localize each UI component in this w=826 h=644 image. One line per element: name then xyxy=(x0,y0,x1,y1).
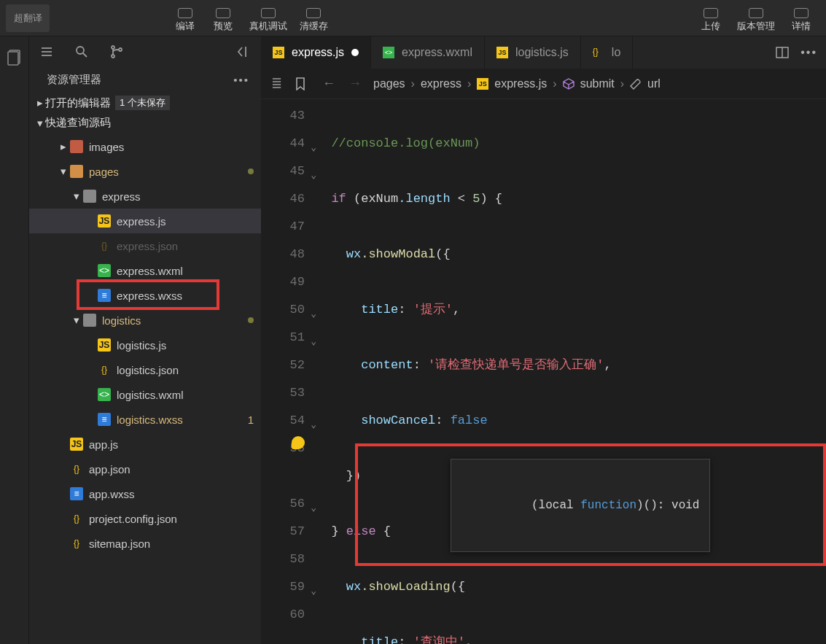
project-section[interactable]: ▾ 快递查询源码 xyxy=(29,113,261,133)
line-number: 49 xyxy=(261,268,305,296)
svg-point-5 xyxy=(77,47,84,54)
breadcrumb: pages › express › JS express.js › submit… xyxy=(373,77,661,90)
js-file-icon: JS xyxy=(70,438,83,451)
code-token: title xyxy=(361,635,398,644)
version-button[interactable]: 版本管理 xyxy=(730,1,782,36)
top-toolbar: 超翻译 编译 预览 真机调试 清缓存 上传 版本管理 详情 xyxy=(0,0,826,36)
chevron-right-icon: › xyxy=(553,77,556,90)
list-icon[interactable]: ≣ xyxy=(268,76,284,92)
tab-label: logistics.js xyxy=(515,46,569,59)
explorer-icon[interactable] xyxy=(6,48,23,66)
tree-file-logistics-json[interactable]: {} logistics.json xyxy=(29,357,261,382)
code-editor[interactable]: 43 44⌄ 45⌄ 46 47 48 49 50⌄ 51⌄ 52 53 54⌄… xyxy=(261,99,826,644)
title-fragment: 超翻译 xyxy=(6,4,50,32)
tree-file-project-config[interactable]: {} project.config.json xyxy=(29,506,261,531)
folder-open-icon xyxy=(83,190,96,203)
details-button[interactable]: 详情 xyxy=(782,1,820,36)
file-tree: ▸ images ▾ pages ▾ express JS express.js xyxy=(29,133,261,556)
tab-express-wxml[interactable]: <> express.wxml xyxy=(371,36,485,69)
project-label: 快递查询源码 xyxy=(45,116,111,130)
tree-folder-images[interactable]: ▸ images xyxy=(29,134,261,159)
wxml-file-icon: <> xyxy=(98,264,111,277)
preview-button[interactable]: 预览 xyxy=(204,1,242,36)
crumb-url[interactable]: url xyxy=(647,77,661,90)
compile-button[interactable]: 编译 xyxy=(166,1,204,36)
tree-file-express-wxss[interactable]: ≡ express.wxss xyxy=(29,283,261,308)
line-number: 48 xyxy=(261,241,305,268)
tab-express-js[interactable]: JS express.js xyxy=(261,36,371,69)
tree-file-app-wxss[interactable]: ≡ app.wxss xyxy=(29,481,261,506)
code-content[interactable]: //console.log(exNum) if (exNum.length < … xyxy=(312,99,826,644)
tree-file-express-js[interactable]: JS express.js xyxy=(29,209,261,233)
list-icon[interactable] xyxy=(39,44,54,59)
code-token: wx xyxy=(346,247,361,261)
tree-file-app-js[interactable]: JS app.js xyxy=(29,432,261,457)
js-file-icon: JS xyxy=(477,78,488,90)
tree-label: app.json xyxy=(89,463,261,476)
code-token: //console.log(exNum) xyxy=(331,136,480,150)
tree-label: logistics.json xyxy=(117,364,261,376)
branch-icon[interactable] xyxy=(109,44,124,59)
code-token: ) { xyxy=(480,192,502,206)
open-editors-section[interactable]: ▸ 打开的编辑器 1 个未保存 xyxy=(29,93,261,113)
remote-debug-button[interactable]: 真机调试 xyxy=(242,1,295,36)
wxss-file-icon: ≡ xyxy=(98,413,111,426)
tree-label: project.config.json xyxy=(89,513,261,525)
lightbulb-icon[interactable] xyxy=(292,436,305,449)
bookmark-icon[interactable] xyxy=(295,77,311,90)
tree-file-logistics-js[interactable]: JS logistics.js xyxy=(29,333,261,357)
folder-icon xyxy=(70,140,83,153)
tree-file-express-wxml[interactable]: <> express.wxml xyxy=(29,258,261,283)
js-file-icon: JS xyxy=(496,47,508,58)
hover-text: function xyxy=(580,499,636,512)
back-icon[interactable]: ← xyxy=(321,76,337,91)
clear-cache-button[interactable]: 清缓存 xyxy=(295,1,332,36)
chevron-right-icon: ▸ xyxy=(35,96,45,109)
tree-label: app.wxss xyxy=(89,488,261,500)
line-number: 57 xyxy=(261,518,305,546)
collapse-icon[interactable] xyxy=(236,44,251,59)
toolbar-left-group: 编译 预览 真机调试 清缓存 xyxy=(166,1,332,36)
compile-label: 编译 xyxy=(176,20,195,33)
sidebar: 资源管理器 ••• ▸ 打开的编辑器 1 个未保存 ▾ 快递查询源码 ▸ ima… xyxy=(29,36,261,644)
crumb-express[interactable]: express xyxy=(421,77,461,90)
tree-file-logistics-wxml[interactable]: <> logistics.wxml xyxy=(29,382,261,407)
crumb-pages[interactable]: pages xyxy=(373,77,405,90)
tree-folder-logistics[interactable]: ▾ logistics xyxy=(29,308,261,333)
unsaved-badge: 1 个未保存 xyxy=(115,96,170,110)
clear-cache-label: 清缓存 xyxy=(300,20,328,33)
tree-file-express-json[interactable]: {} express.json xyxy=(29,233,261,258)
json-file-icon: {} xyxy=(70,512,83,525)
tree-file-logistics-wxss[interactable]: ≡ logistics.wxss 1 xyxy=(29,407,261,432)
more-icon[interactable]: ••• xyxy=(233,74,249,86)
search-icon[interactable] xyxy=(74,44,89,59)
tree-label: images xyxy=(89,141,261,153)
tree-folder-express[interactable]: ▾ express xyxy=(29,184,261,209)
tree-file-app-json[interactable]: {} app.json xyxy=(29,457,261,481)
crumb-file[interactable]: express.js xyxy=(494,77,547,90)
code-token: '查询中' xyxy=(413,635,465,644)
code-token: .length xyxy=(398,192,450,206)
tree-label: express.wxml xyxy=(117,265,261,277)
line-number: 46 xyxy=(261,185,305,213)
chevron-right-icon: › xyxy=(467,77,471,90)
tree-file-sitemap[interactable]: {} sitemap.json xyxy=(29,531,261,556)
tree-folder-pages[interactable]: ▾ pages xyxy=(29,159,261,184)
chevron-down-icon: ▾ xyxy=(71,190,82,203)
code-token: wx xyxy=(346,580,361,594)
svg-point-7 xyxy=(112,46,114,49)
forward-icon[interactable]: → xyxy=(347,76,363,91)
tree-label: logistics xyxy=(102,314,248,327)
json-file-icon: {} xyxy=(98,239,111,252)
line-number: 56⌄ xyxy=(261,490,305,518)
split-editor-icon[interactable] xyxy=(776,46,789,59)
line-number: 45⌄ xyxy=(261,158,305,185)
wxml-file-icon: <> xyxy=(98,388,111,401)
chevron-right-icon: › xyxy=(620,77,624,90)
json-file-icon: {} xyxy=(593,47,604,58)
tab-logistics-js[interactable]: JS logistics.js xyxy=(485,36,581,69)
more-icon[interactable]: ••• xyxy=(800,46,817,59)
tab-truncated[interactable]: {} lo xyxy=(581,36,633,69)
crumb-submit[interactable]: submit xyxy=(580,77,615,90)
upload-button[interactable]: 上传 xyxy=(692,1,730,36)
